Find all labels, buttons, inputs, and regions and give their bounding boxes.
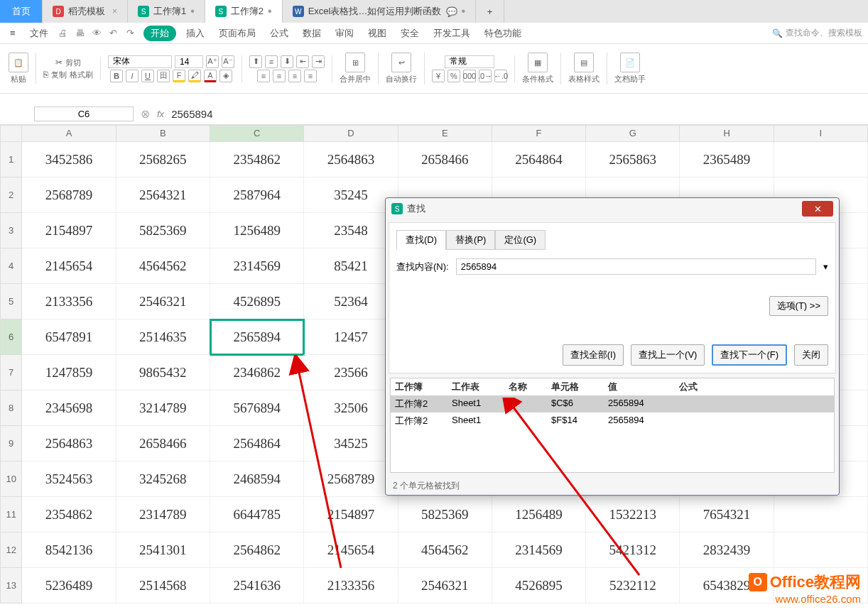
- percent-icon[interactable]: %: [447, 70, 460, 82]
- align-top-icon[interactable]: ⬆: [249, 55, 262, 68]
- col-header[interactable]: A: [22, 125, 116, 142]
- assist-icon[interactable]: 📄: [620, 53, 640, 72]
- col-header[interactable]: B: [116, 125, 210, 142]
- hdr-sheet[interactable]: 工作表: [452, 381, 509, 393]
- find-next-button[interactable]: 查找下一个(F): [712, 344, 787, 366]
- cell[interactable]: 2564863: [304, 142, 398, 177]
- col-header[interactable]: F: [492, 125, 586, 142]
- tab-workbook2[interactable]: S工作簿2•: [205, 0, 283, 23]
- font-select[interactable]: [108, 55, 172, 68]
- cell[interactable]: 5232112: [586, 568, 680, 603]
- cell[interactable]: 1256489: [210, 213, 304, 248]
- cell[interactable]: 2314569: [210, 248, 304, 284]
- cell[interactable]: 85421: [304, 248, 398, 284]
- tab-article[interactable]: WExcel表格找…如何运用判断函数💬•: [283, 0, 476, 23]
- tab-goto[interactable]: 定位(G): [495, 230, 546, 250]
- row-header[interactable]: 8: [0, 390, 22, 426]
- dropdown-icon[interactable]: ▾: [823, 261, 828, 272]
- cell[interactable]: 2541301: [116, 532, 210, 568]
- fill-color-button[interactable]: F: [173, 70, 185, 82]
- cell[interactable]: 2546321: [116, 284, 210, 319]
- col-header[interactable]: H: [680, 125, 774, 142]
- cell[interactable]: 2314789: [116, 497, 210, 532]
- highlight-button[interactable]: 🖍: [188, 70, 201, 82]
- row-header[interactable]: 3: [0, 213, 22, 248]
- cell[interactable]: 2354862: [210, 142, 304, 177]
- cell[interactable]: 2365489: [680, 142, 774, 177]
- wrap-icon[interactable]: ↩: [391, 53, 411, 72]
- cell[interactable]: 34525: [304, 426, 398, 461]
- size-select[interactable]: [175, 55, 203, 68]
- menu-dev[interactable]: 开发工具: [429, 26, 474, 41]
- cell[interactable]: 2345698: [22, 390, 116, 426]
- cond-format-icon[interactable]: ▦: [528, 53, 548, 72]
- hdr-value[interactable]: 值: [608, 381, 679, 393]
- cell[interactable]: 3452586: [22, 142, 116, 177]
- find-content-input[interactable]: [456, 258, 816, 275]
- cell[interactable]: 2354862: [22, 497, 116, 532]
- menu-search[interactable]: 🔍 查找命令、搜索模板: [772, 27, 862, 39]
- dec-decimal-icon[interactable]: ←.0: [494, 70, 507, 82]
- cell[interactable]: 2514635: [116, 319, 210, 355]
- menu-icon[interactable]: ≡: [6, 26, 20, 40]
- row-header[interactable]: 5: [0, 284, 22, 319]
- print-icon[interactable]: 🖶: [75, 28, 87, 39]
- cell[interactable]: 2565894: [210, 319, 304, 355]
- menu-start[interactable]: 开始: [143, 26, 176, 41]
- cell[interactable]: 12457: [304, 319, 398, 355]
- tab-workbook1[interactable]: S工作簿1•: [128, 0, 205, 23]
- cut-icon[interactable]: ✂: [55, 58, 63, 67]
- underline-button[interactable]: U: [141, 70, 154, 82]
- grow-font-icon[interactable]: A⁺: [206, 55, 219, 68]
- menu-insert[interactable]: 插入: [182, 26, 209, 41]
- cell[interactable]: 2564864: [210, 426, 304, 461]
- preview-icon[interactable]: 👁: [92, 28, 104, 39]
- cell[interactable]: 6547891: [22, 319, 116, 355]
- row-header[interactable]: 10: [0, 461, 22, 497]
- cell[interactable]: 2346862: [210, 355, 304, 390]
- cell[interactable]: 2658466: [398, 142, 492, 177]
- cell[interactable]: 2587964: [210, 177, 304, 213]
- cell[interactable]: 2565863: [586, 142, 680, 177]
- cell[interactable]: 2154897: [22, 213, 116, 248]
- save-icon[interactable]: 🖨: [58, 28, 70, 39]
- cell[interactable]: 6644785: [210, 497, 304, 532]
- close-button[interactable]: 关闭: [794, 344, 828, 366]
- col-header[interactable]: D: [304, 125, 398, 142]
- cell[interactable]: 2514568: [116, 568, 210, 603]
- cell[interactable]: 2541636: [210, 568, 304, 603]
- cell[interactable]: 2564321: [116, 177, 210, 213]
- dialog-close-button[interactable]: ✕: [802, 201, 833, 217]
- cell[interactable]: 2133356: [22, 284, 116, 319]
- hdr-book[interactable]: 工作簿: [395, 381, 452, 393]
- col-header[interactable]: G: [586, 125, 680, 142]
- cell[interactable]: [774, 142, 868, 177]
- menu-view[interactable]: 视图: [364, 26, 391, 41]
- cell[interactable]: 2564862: [210, 532, 304, 568]
- undo-icon[interactable]: ↶: [109, 28, 121, 39]
- menu-review[interactable]: 审阅: [331, 26, 358, 41]
- paste-icon[interactable]: 📋: [9, 53, 28, 72]
- tab-replace[interactable]: 替换(P): [446, 230, 495, 250]
- cell[interactable]: 5825369: [116, 213, 210, 248]
- cell[interactable]: 8542136: [22, 532, 116, 568]
- align-justify-icon[interactable]: ≡: [304, 70, 317, 82]
- align-left-icon[interactable]: ≡: [257, 70, 270, 82]
- italic-button[interactable]: I: [126, 70, 139, 82]
- cell[interactable]: 1256489: [492, 497, 586, 532]
- menu-formula[interactable]: 公式: [266, 26, 293, 41]
- select-all-corner[interactable]: [0, 125, 22, 142]
- hdr-name[interactable]: 名称: [509, 381, 551, 393]
- row-header[interactable]: 2: [0, 177, 22, 213]
- close-icon[interactable]: ×: [112, 6, 117, 16]
- indent-dec-icon[interactable]: ⇤: [296, 55, 309, 68]
- cell[interactable]: 2154897: [304, 497, 398, 532]
- cell[interactable]: 5421312: [586, 532, 680, 568]
- cell[interactable]: 2145654: [22, 248, 116, 284]
- cell[interactable]: 2568265: [116, 142, 210, 177]
- cell[interactable]: 4564562: [116, 248, 210, 284]
- cell[interactable]: 5676894: [210, 390, 304, 426]
- comma-icon[interactable]: 000: [463, 70, 476, 82]
- col-header[interactable]: I: [774, 125, 868, 142]
- cell[interactable]: 2546321: [398, 568, 492, 603]
